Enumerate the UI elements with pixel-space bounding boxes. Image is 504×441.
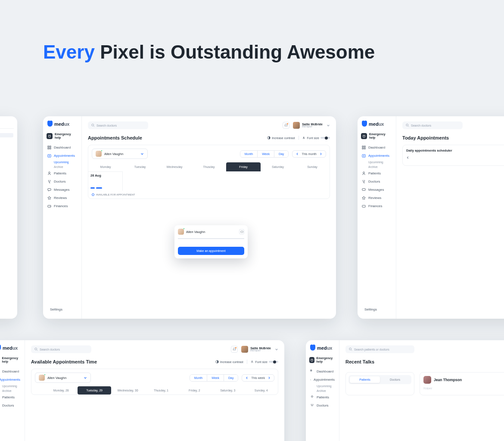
svg-rect-0 <box>48 146 49 147</box>
chevron-right-icon[interactable] <box>268 376 271 379</box>
svg-point-28 <box>35 348 37 350</box>
search-icon <box>349 348 352 351</box>
sidebar: medux Emergency help Dashboard Appointme… <box>0 340 25 441</box>
view-day[interactable]: Day <box>224 375 238 381</box>
make-appointment-button[interactable]: Make an appointment <box>178 247 244 255</box>
chevron-left-icon[interactable] <box>406 156 410 159</box>
view-week[interactable]: Week <box>207 375 224 381</box>
sidebar-item-finances[interactable]: Finances <box>47 202 78 210</box>
period-picker[interactable]: This week <box>242 374 274 382</box>
chevron-right-icon[interactable] <box>319 152 322 155</box>
sidebar-item-doctors[interactable]: Doctors <box>47 177 78 186</box>
font-size-control[interactable]: Font size <box>251 360 278 363</box>
sidebar-item-messages[interactable]: Messages <box>361 186 392 194</box>
sidebar-item-dashboard[interactable]: Dashboard <box>0 367 21 376</box>
page-title: Appointments Schedule <box>88 135 142 140</box>
sidebar-item-reviews[interactable]: Reviews <box>361 194 392 202</box>
scheduler-subtitle: Daily appointments scheduler <box>406 149 504 152</box>
sidebar-item-appointments[interactable]: Appointments <box>309 376 336 384</box>
sidebar-item-messages[interactable]: Messages <box>47 186 78 194</box>
sidebar-item-doctors[interactable]: Doctors <box>361 177 392 186</box>
search-icon <box>34 348 38 351</box>
chat-window: Jean Thompson TODAY <box>420 372 504 395</box>
appointment-popover: Allen Vaughn Make an appointment <box>174 225 248 258</box>
sidebar-item-appointments[interactable]: Appointments <box>47 152 78 160</box>
notifications-button[interactable] <box>283 122 289 129</box>
avatar <box>178 229 184 235</box>
sidebar-item-dashboard[interactable]: Dashboard <box>309 367 336 376</box>
sidebar-item-reviews[interactable]: Reviews <box>47 194 78 202</box>
calendar-cell[interactable]: 26 Aug <box>88 171 123 191</box>
tab-patients[interactable]: Patients <box>350 376 380 383</box>
search-input[interactable]: Search doctors <box>88 121 148 129</box>
svg-rect-30 <box>311 370 312 371</box>
font-size-control[interactable]: Font size <box>302 136 330 140</box>
sidebar-sub-archive[interactable]: Archive <box>309 388 336 393</box>
chip-week[interactable]: eek <box>0 133 13 137</box>
svg-rect-31 <box>310 379 311 380</box>
sidebar-item-appointments[interactable]: Appointments <box>0 376 21 384</box>
view-week[interactable]: Week <box>258 151 274 157</box>
sidebar-sub-archive[interactable]: Archive <box>0 388 21 393</box>
chevron-left-icon[interactable] <box>246 376 249 379</box>
chevron-left-icon[interactable] <box>296 152 299 155</box>
svg-point-23 <box>406 124 408 126</box>
doctor-select[interactable]: Allen Vaughn <box>35 373 91 383</box>
avatar <box>423 376 431 384</box>
font-size-slider[interactable] <box>320 137 330 139</box>
chat-icon-button[interactable] <box>239 229 244 234</box>
doctor-select[interactable]: Allen Vaughn <box>92 149 148 159</box>
logo[interactable]: medux <box>309 345 336 351</box>
view-segment: Month Week Day <box>240 150 289 158</box>
sidebar-item-dashboard[interactable]: Dashboard <box>361 143 392 152</box>
sidebar-sub-upcoming[interactable]: Upcomming <box>361 160 392 165</box>
emergency-help[interactable]: Emergency help <box>361 133 392 139</box>
logo[interactable]: medux <box>47 121 78 127</box>
sidebar-item-doctors[interactable]: Doctors <box>0 401 21 410</box>
sidebar-sub-upcoming[interactable]: Upcomming <box>309 384 336 388</box>
search-input[interactable]: Search patients or doctors <box>345 345 414 353</box>
sidebar-item-appointments[interactable]: Appointments <box>361 152 392 160</box>
period-picker[interactable]: This month <box>292 150 326 158</box>
sidebar-item-patients[interactable]: Patients <box>361 169 392 177</box>
sidebar-settings[interactable]: Settings <box>361 305 392 314</box>
sidebar-settings[interactable]: Settings <box>47 305 78 314</box>
sidebar-item-doctors[interactable]: Doctors <box>309 401 336 410</box>
view-month[interactable]: Month <box>190 375 207 381</box>
user-menu[interactable]: Sallie McBridePATIENT <box>241 346 278 353</box>
chevron-down-icon <box>275 348 278 351</box>
sidebar-item-patients[interactable]: Patients <box>47 169 78 177</box>
emergency-help[interactable]: Emergency help <box>47 133 78 139</box>
sidebar-sub-archive[interactable]: Archive <box>361 165 392 169</box>
user-menu[interactable]: Sallie McBridePATIENT <box>293 122 330 129</box>
search-input[interactable]: Search doctors <box>31 345 91 353</box>
chat-day-label: TODAY <box>423 387 504 390</box>
search-input[interactable]: Search doctors <box>402 121 463 129</box>
logo[interactable]: medux <box>361 121 392 127</box>
sidebar-item-dashboard[interactable]: Dashboard <box>47 143 78 152</box>
sidebar-item-patients[interactable]: Patients <box>309 393 336 401</box>
sidebar-item-finances[interactable]: Finances <box>361 202 392 210</box>
sidebar-sub-archive[interactable]: Archive <box>47 165 78 169</box>
emergency-help[interactable]: Emergency help <box>0 357 21 363</box>
plug-icon <box>47 133 53 139</box>
chevron-down-icon <box>140 152 144 155</box>
svg-point-32 <box>311 396 313 398</box>
popover-timeline[interactable] <box>178 237 244 243</box>
notifications-button[interactable] <box>231 346 238 353</box>
view-day[interactable]: Day <box>274 151 288 157</box>
popover-doctor-name: Allen Vaughn <box>186 230 205 234</box>
sidebar-sub-upcoming[interactable]: Upcomming <box>0 384 21 388</box>
sidebar-item-patients[interactable]: Patients <box>0 393 21 401</box>
view-month[interactable]: Month <box>240 151 258 157</box>
svg-point-33 <box>349 348 352 350</box>
emergency-help[interactable]: Emergency help <box>309 357 336 363</box>
increase-contrast[interactable]: Increase contrast <box>215 360 243 363</box>
heart-icon <box>0 345 1 351</box>
panel-available-times: medux Emergency help Dashboard Appointme… <box>0 340 284 441</box>
logo[interactable]: medux <box>0 345 21 351</box>
increase-contrast[interactable]: Increase contrast <box>267 136 295 140</box>
plug-icon <box>309 357 314 363</box>
sidebar-sub-upcoming[interactable]: Upcomming <box>47 160 78 165</box>
tab-doctors[interactable]: Doctors <box>380 376 410 383</box>
